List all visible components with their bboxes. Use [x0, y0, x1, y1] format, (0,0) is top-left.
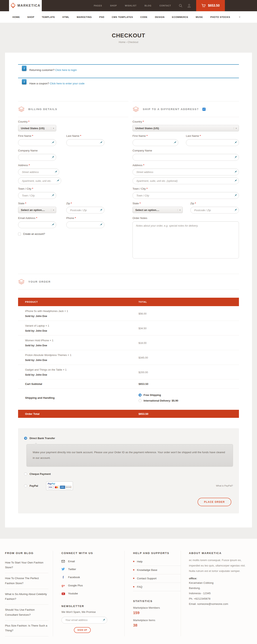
layers-icon	[132, 106, 139, 112]
menu-item-design[interactable]: DESIGN	[155, 16, 165, 18]
what-is-paypal-link[interactable]: What is PayPal?	[216, 484, 233, 487]
shipping-town-input[interactable]	[132, 192, 239, 199]
blog-link[interactable]: Plus Size Fashion: Is There Such a Thing…	[5, 620, 48, 636]
billing-country-field: Country * United States (US) ▾	[18, 120, 128, 131]
menu-item-template[interactable]: TEMPLATE	[42, 16, 55, 18]
label-text: Town / City	[18, 187, 31, 190]
shipping-company-input[interactable]	[132, 154, 239, 161]
shipping-country-select[interactable]: United States (US) ▾	[132, 125, 239, 131]
social-email[interactable]: Email	[62, 558, 124, 565]
shipping-company-field: Company Name	[132, 149, 239, 161]
blog-link[interactable]: How To Start Your Own Fashion Store?	[5, 558, 48, 573]
shipping-zip-input[interactable]	[190, 207, 239, 214]
billing-apartment-input[interactable]	[18, 177, 61, 184]
shipping-apartment-input[interactable]	[132, 177, 239, 184]
billing-state-select[interactable]: Select an option.... ▾	[18, 207, 56, 213]
header-nav-wishlist[interactable]: WISHLIST	[125, 4, 136, 7]
blog-link[interactable]: How To Choose The Perfect Fashion Store?	[5, 573, 48, 589]
order-row-product: Gadget and Things on the Table × 1 Sold …	[18, 368, 138, 376]
required-mark: *	[146, 187, 148, 190]
radio-unselected-icon[interactable]	[24, 472, 27, 476]
menu-item-shop[interactable]: SHOP	[27, 16, 34, 18]
blog-link[interactable]: Should You Use Fashion Consultant Servic…	[5, 605, 48, 620]
autofill-pen-icon	[234, 194, 237, 197]
header-nav-blog[interactable]: BLOG	[144, 4, 152, 7]
help-link[interactable]: Help	[133, 558, 181, 566]
card-logos: VISA AMEX DISCOVER	[48, 486, 71, 489]
header-nav-pages[interactable]: PAGES	[94, 4, 102, 7]
social-youtube[interactable]: Youtube	[62, 590, 124, 598]
payment-bank-label: Direct Bank Transfer	[30, 437, 55, 440]
help-link[interactable]: FAQ	[133, 583, 181, 591]
autofill-pen-icon	[51, 141, 54, 144]
social-google-plus[interactable]: g+ Google Plus	[62, 582, 124, 590]
header-nav-contact[interactable]: CONTACT	[160, 4, 171, 7]
product-name: Gadget and Things on the Table × 1	[25, 368, 138, 371]
cart-total: $653.50	[208, 4, 220, 8]
radio-selected-icon[interactable]	[138, 394, 142, 396]
label-text: First Name	[18, 134, 31, 138]
main-menu: HOME SHOP TEMPLATE HTML MARKETING PSD CM…	[0, 11, 257, 23]
billing-first-name-input[interactable]	[18, 139, 56, 146]
required-mark: *	[25, 202, 26, 205]
newsletter-signup-button[interactable]: SIGN UP	[74, 627, 91, 633]
search-icon[interactable]	[179, 4, 182, 8]
menu-item-html[interactable]: HTML	[62, 16, 69, 18]
radio-unselected-icon[interactable]	[138, 399, 142, 402]
billing-town-input[interactable]	[18, 192, 56, 199]
payment-bank-row[interactable]: Direct Bank Transfer	[24, 437, 233, 440]
billing-company-input[interactable]	[18, 154, 56, 161]
shipping-state-select[interactable]: Select an option.... ▾	[132, 207, 183, 213]
create-account-checkbox[interactable]	[18, 232, 21, 236]
billing-country-select[interactable]: United States (US) ▾	[18, 125, 56, 131]
radio-selected-icon[interactable]	[24, 437, 27, 440]
place-order-button[interactable]: PLACE ORDER	[198, 498, 231, 506]
order-notes-textarea[interactable]	[132, 221, 239, 258]
chevron-double-down-icon[interactable]: »	[238, 16, 241, 18]
help-link[interactable]: Contact Support	[133, 574, 181, 583]
autofill-pen-icon	[234, 141, 237, 144]
shipping-first-name-input[interactable]	[132, 139, 178, 146]
login-link[interactable]: Click here to login	[55, 68, 77, 72]
breadcrumb-home[interactable]: Home	[119, 41, 125, 44]
menu-item-code[interactable]: CODE	[140, 16, 148, 18]
brand-logo[interactable]: MARKETICA	[9, 0, 42, 11]
menu-item-home[interactable]: HOME	[12, 16, 20, 18]
blog-link[interactable]: What is So Alluring About Celebrity Fash…	[5, 589, 48, 605]
label-text: Country	[132, 120, 142, 123]
shipping-last-name-input[interactable]	[186, 139, 239, 146]
menu-item-photo-stocks[interactable]: PHOTO STOCKS	[210, 16, 230, 18]
billing-phone-input[interactable]	[66, 221, 104, 228]
header-nav-shop[interactable]: SHOP	[110, 4, 117, 7]
billing-street-input[interactable]	[18, 168, 59, 175]
shipping-option-international[interactable]: International Delivery: $5.90	[138, 399, 239, 402]
social-twitter[interactable]: Twitter	[62, 565, 124, 573]
required-mark: *	[200, 134, 201, 138]
menu-item-muse[interactable]: MUSE	[196, 16, 203, 18]
stat-value: 159	[133, 611, 181, 615]
billing-first-name-field: First Name *	[18, 134, 56, 146]
shipping-option-free[interactable]: Free Shipping	[138, 394, 239, 396]
menu-item-ecommerce[interactable]: ECOMMERCE	[172, 16, 188, 18]
menu-item-cms-templates[interactable]: CMS TEMPLATES	[112, 16, 133, 18]
user-icon[interactable]	[187, 4, 191, 8]
billing-last-name-input[interactable]	[66, 139, 104, 146]
payment-paypal-row[interactable]: PayPal PayPal VISA AMEX DISCOVER What is…	[24, 482, 233, 490]
autofill-pen-icon	[54, 170, 58, 173]
ship-different-checkbox[interactable]: ✓	[202, 108, 206, 111]
select-value: Select an option....	[21, 208, 49, 212]
payment-cheque-row[interactable]: Cheque Payment	[24, 472, 233, 476]
newsletter-email-input[interactable]	[62, 617, 107, 624]
autofill-pen-icon	[99, 208, 102, 212]
billing-email-input[interactable]	[18, 221, 56, 228]
social-facebook[interactable]: f Facebook	[62, 573, 124, 582]
menu-item-psd[interactable]: PSD	[99, 16, 104, 18]
help-link[interactable]: Knowladge Base	[133, 566, 181, 574]
radio-unselected-icon[interactable]	[24, 484, 27, 487]
billing-zip-input[interactable]	[66, 207, 104, 214]
shipping-street-input[interactable]	[132, 168, 239, 175]
menu-item-marketing[interactable]: MARKETING	[77, 16, 92, 18]
order-table: PRODUCT TOTAL iPhone 5s with Headphones …	[18, 298, 239, 418]
cart-button[interactable]: $653.50	[196, 0, 225, 11]
coupon-link[interactable]: Click here to enter your code	[50, 82, 84, 85]
